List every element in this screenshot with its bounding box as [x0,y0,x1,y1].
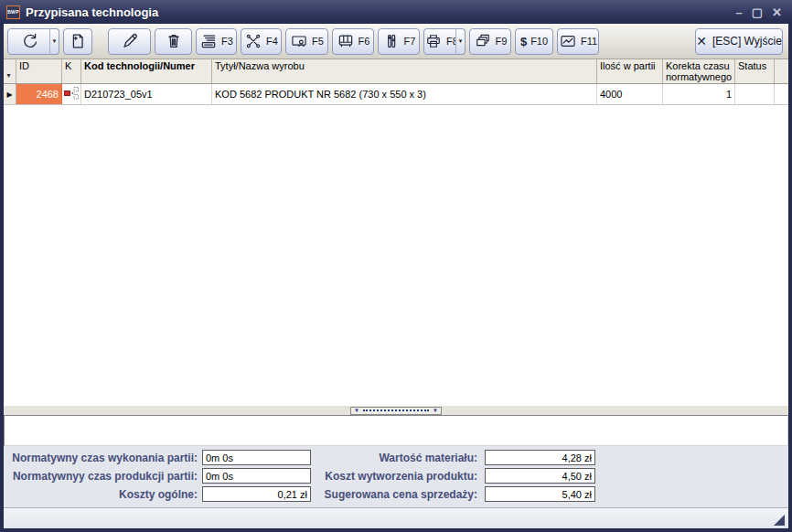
label-koszty-ogolne: Koszty ogólne: [4,488,198,501]
cell-status[interactable] [735,84,775,104]
label-koszt-wytworzenia: Koszt wytworzenia produktu: [315,470,477,483]
form-row: Koszty ogólne: Sugerowana cena sprzedaży… [4,486,788,502]
window-body: ▼ [4,24,788,528]
f6-button[interactable]: F6 [332,28,374,55]
label-normatywny-czas-wykonania: Normatywny czas wykonania partii: [4,452,198,464]
column-header-tytul[interactable]: Tytył/Nazwa wyrobu [212,59,597,83]
f9-label: F9 [496,36,508,47]
input-koszt-wytworzenia[interactable] [485,468,595,484]
f5-button[interactable]: F5 [285,28,328,55]
f10-label: F10 [530,36,548,47]
cell-id[interactable]: 2468 [16,84,62,104]
copies-icon [474,32,492,50]
column-header-id[interactable]: ID [16,59,62,83]
chart-icon [559,32,577,50]
f8-print-button[interactable]: F8 [423,28,459,55]
row-selector-cell[interactable]: ▶ [4,84,16,104]
refresh-button[interactable] [7,28,53,55]
splitter-toggle-button[interactable]: ▼ ▼ [350,407,442,415]
column-header-status[interactable]: Status [735,59,775,83]
maximize-icon[interactable]: ▢ [752,6,763,18]
pencil-icon [120,31,140,51]
edit-button[interactable] [108,28,151,55]
window-title: Przypisana technologia [26,5,158,19]
cell-ilosc[interactable]: 4000 [597,84,663,104]
f4-button[interactable]: F4 [241,28,282,55]
machine-icon [337,32,355,50]
column-header-k[interactable]: K [62,59,81,83]
column-header-korekta[interactable]: Korekta czasu normatywnego [663,59,735,83]
printer-icon [424,32,443,50]
table-row[interactable]: ▶ 2468 D210723_05v1 KOD 5682 PRODUKT NR … [4,84,788,105]
new-document-icon [68,31,88,51]
status-bar [4,507,788,528]
splitter-bar: ▼ ▼ [4,406,788,415]
collapsed-detail-panel [4,415,788,446]
exit-x-icon: ✕ [696,35,707,48]
trash-icon [164,31,184,51]
cell-filler [775,84,788,104]
chevron-down-icon: ▼ [52,38,58,44]
grid-header: ▼ ID K Kod technologii/Numer Tytył/Nazwa… [4,59,788,84]
exit-button[interactable]: ✕ [ESC] Wyjście [695,28,783,55]
input-normatywny-czas-produkcji[interactable] [202,468,311,484]
triangle-down-icon: ▼ [433,408,438,413]
minimize-icon[interactable]: – [736,6,743,18]
app-window: BWP Przypisana technologia – ▢ ✕ ▼ [0,0,792,532]
new-item-button[interactable] [63,28,92,55]
filter-column-header[interactable]: ▼ [4,59,16,83]
tech-structure-icon [64,87,79,101]
cell-korekta[interactable]: 1 [663,84,735,104]
label-sugerowana-cena: Sugerowana cena sprzedaży: [315,488,477,501]
app-logo-icon: BWP [6,5,20,19]
input-sugerowana-cena[interactable] [485,486,595,502]
f4-label: F4 [266,36,278,47]
f10-button[interactable]: $ F10 [515,28,553,55]
print-dropdown-button[interactable]: ▼ [455,28,466,55]
f7-button[interactable]: F7 [378,28,420,55]
triangle-down-icon: ▼ [354,408,359,413]
tools-valves-icon [382,32,401,50]
title-bar: BWP Przypisana technologia – ▢ ✕ [0,0,792,24]
cell-tytul[interactable]: KOD 5682 PRODUKT NR 5682 (730 x 550 x 3) [212,84,597,104]
column-header-kod[interactable]: Kod technologii/Numer [81,59,212,83]
form-row: Normatywny czas wykonania partii: Wartoś… [4,450,788,465]
column-header-filler [775,59,788,83]
f11-button[interactable]: F11 [557,28,599,55]
f9-button[interactable]: F9 [469,28,511,55]
exit-label: [ESC] Wyjście [712,35,782,48]
cell-kod[interactable]: D210723_05v1 [81,84,212,104]
preview-person-icon [290,32,308,50]
dollar-icon: $ [520,36,527,48]
f7-label: F7 [404,36,416,47]
delete-button[interactable] [155,28,192,55]
resize-grip-icon[interactable] [774,515,785,526]
column-header-ilosc[interactable]: Ilość w partii [597,59,663,83]
f11-label: F11 [581,36,597,47]
f3-button[interactable]: F3 [196,28,237,55]
cell-k[interactable] [62,84,81,104]
label-normatywny-czas-produkcji: Normatywnyy czas produkcji partii: [4,470,198,483]
window-controls: – ▢ ✕ [736,6,786,18]
toolbar: ▼ [4,24,788,59]
f6-label: F6 [359,36,370,47]
input-wartosc-materialu[interactable] [485,450,595,465]
label-wartosc-materialu: Wartość materiału: [315,452,477,464]
summary-form-panel: Normatywny czas wykonania partii: Wartoś… [4,446,788,507]
splitter-dots [363,410,429,411]
grid-empty-area [4,105,788,406]
input-koszty-ogolne[interactable] [202,486,311,502]
f3-label: F3 [221,36,233,47]
refresh-dropdown-button[interactable]: ▼ [49,28,59,55]
filter-icon: ▼ [4,70,13,83]
input-normatywny-czas-wykonania[interactable] [202,450,311,465]
form-row: Normatywnyy czas produkcji partii: Koszt… [4,468,788,484]
refresh-icon [20,31,40,51]
row-selector-icon: ▶ [6,90,12,99]
close-icon[interactable]: ✕ [772,6,782,18]
list-keyboard-icon [199,32,218,50]
chevron-down-icon: ▼ [458,38,464,44]
f5-label: F5 [312,36,324,47]
cut-scissors-icon [244,32,262,50]
